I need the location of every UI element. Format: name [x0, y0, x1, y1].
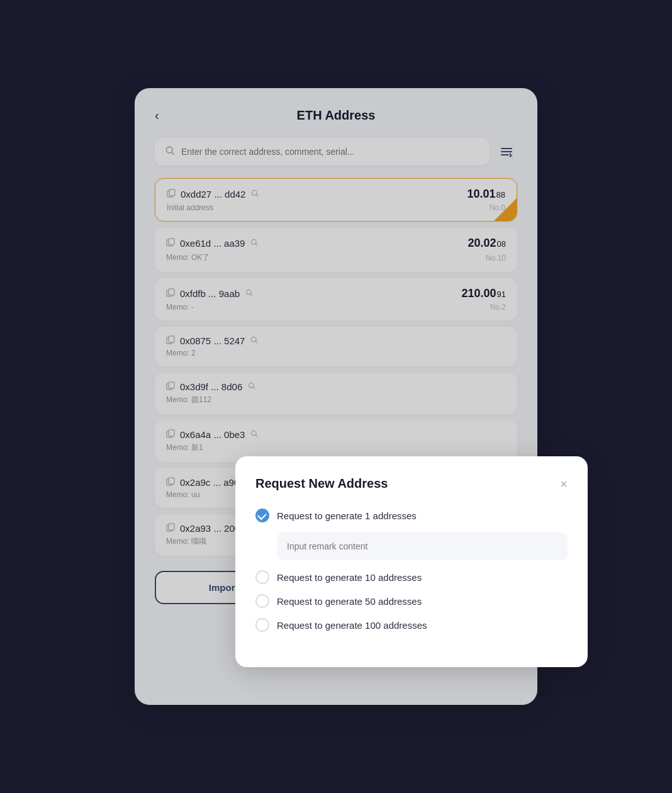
option-label: Request to generate 100 addresses — [277, 620, 427, 631]
request-new-address-modal: Request New Address × Request to generat… — [235, 456, 588, 667]
modal-option[interactable]: Request to generate 50 addresses — [255, 594, 568, 608]
option-label: Request to generate 10 addresses — [277, 572, 422, 583]
modal-title: Request New Address — [255, 476, 388, 491]
modal-option-row: Request to generate 50 addresses — [255, 594, 568, 608]
modal-option[interactable]: Request to generate 10 addresses — [255, 570, 568, 584]
modal-option[interactable]: Request to generate 100 addresses — [255, 618, 568, 632]
radio-unchecked[interactable] — [255, 570, 269, 584]
option-label: Request to generate 50 addresses — [277, 596, 422, 607]
radio-unchecked[interactable] — [255, 594, 269, 608]
option-label: Request to generate 1 addresses — [277, 510, 417, 521]
modal-options: Request to generate 1 addresses Request … — [255, 509, 568, 632]
modal-option-row: Request to generate 10 addresses — [255, 570, 568, 584]
radio-unchecked[interactable] — [255, 618, 269, 632]
main-card: ‹ ETH Address — [135, 88, 537, 705]
radio-checked[interactable] — [255, 509, 269, 522]
modal-header: Request New Address × — [255, 476, 568, 491]
modal-close-button[interactable]: × — [560, 478, 568, 490]
modal-option-row: Request to generate 1 addresses — [255, 509, 568, 522]
remark-input[interactable] — [277, 532, 568, 560]
modal-option-row: Request to generate 100 addresses — [255, 618, 568, 632]
modal-option[interactable]: Request to generate 1 addresses — [255, 509, 568, 570]
